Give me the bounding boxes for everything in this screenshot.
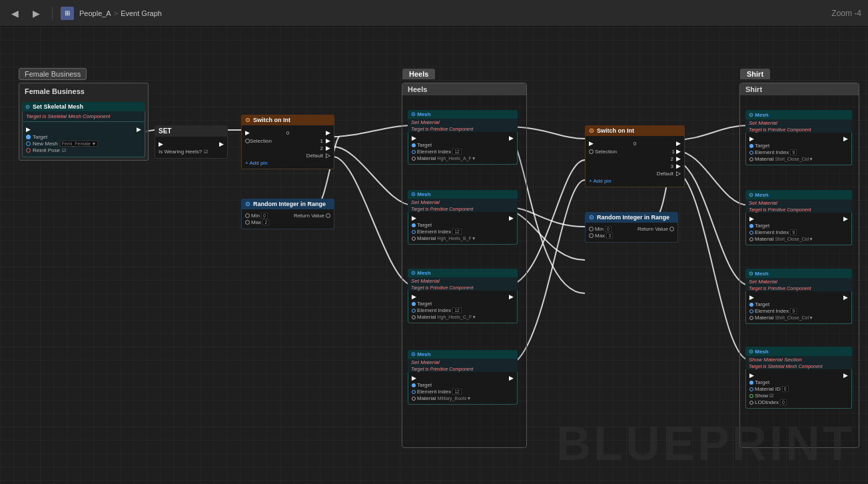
shirt-inner-label: Shirt <box>740 83 859 95</box>
breadcrumb: People_A > Event Graph <box>79 9 162 17</box>
heels-set-material-4: ⊙ Mesh Set Material Target is Primitive … <box>408 350 518 405</box>
set-skeletal-mesh-header: Set Skeletal Mesh <box>33 103 83 110</box>
heels-inner-label: Heels <box>402 83 526 95</box>
heels-group: Heels Heels ⊙ Mesh Set Material Target i… <box>402 83 527 448</box>
heels-set-material-1: ⊙ Mesh Set Material Target is Primitive … <box>408 110 518 165</box>
back-button[interactable]: ◀ <box>7 5 23 21</box>
shirt-set-material-3: ⊙ Mesh Set Material Target is Primitive … <box>745 269 852 324</box>
app-icon: ⊞ <box>61 7 74 20</box>
heels-set-material-2: ⊙ Mesh Set Material Target is Primitive … <box>408 190 518 245</box>
toolbar: ◀ ▶ ⊞ People_A > Event Graph Zoom -4 <box>0 0 868 27</box>
breadcrumb-separator: > <box>114 9 118 17</box>
toolbar-sep-1 <box>52 7 53 20</box>
shirt-group-label: Shirt <box>740 69 770 79</box>
zoom-label: Zoom -4 <box>831 9 861 18</box>
set-node: SET ▶ ▶ Is Wearing Heels? ☑ <box>155 125 228 159</box>
show-material-section: ⊙ Mesh Show Material Section Target is S… <box>745 347 852 409</box>
shirt-group: Shirt Shirt ⊙ Mesh Set Material Target i… <box>739 83 859 448</box>
blueprint-canvas[interactable]: Female Business Female Business ⊙ Set Sk… <box>0 27 868 484</box>
breadcrumb-page[interactable]: Event Graph <box>121 9 162 17</box>
female-business-inner-label: Female Business <box>22 86 145 97</box>
forward-button[interactable]: ▶ <box>28 5 44 21</box>
set-skeletal-mesh-node: ⊙ Set Skeletal Mesh Target is Skeletal M… <box>22 102 145 157</box>
female-business-label-top: Female Business <box>25 70 81 78</box>
random-int-range-2: ⊙ Random Integer in Range Min 0 Return V… <box>585 212 678 243</box>
switch-on-int-1: ⊙ Switch on Int ▶ 0 ▶ Selection 1 ▶ 2 ▶ … <box>241 115 334 169</box>
switch-on-int-2: ⊙ Switch on Int ▶ 0 ▶ Selection 1 ▶ 2 <box>585 125 685 187</box>
breadcrumb-app[interactable]: People_A <box>79 9 111 17</box>
random-int-range-1: ⊙ Random Integer in Range Min 0 Return V… <box>241 199 334 229</box>
shirt-set-material-2: ⊙ Mesh Set Material Target is Primitive … <box>745 190 852 245</box>
heels-set-material-3: ⊙ Mesh Set Material Target is Primitive … <box>408 269 518 323</box>
heels-group-label: Heels <box>402 69 435 79</box>
female-business-section: Female Business <box>19 68 87 80</box>
shirt-set-material-1: ⊙ Mesh Set Material Target is Primitive … <box>745 110 852 165</box>
female-business-group: Female Business ⊙ Set Skeletal Mesh Targ… <box>19 83 149 161</box>
